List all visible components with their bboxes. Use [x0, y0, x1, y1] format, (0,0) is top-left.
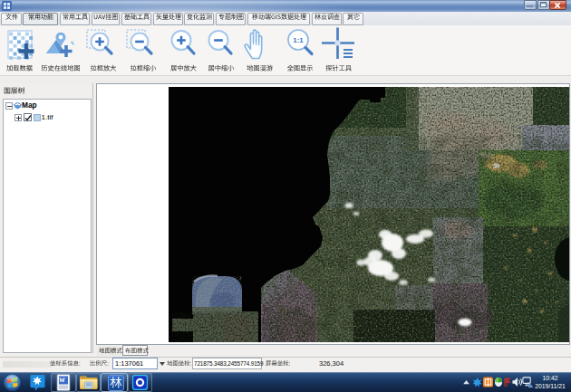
svg-text:1:1: 1:1 [293, 36, 304, 44]
